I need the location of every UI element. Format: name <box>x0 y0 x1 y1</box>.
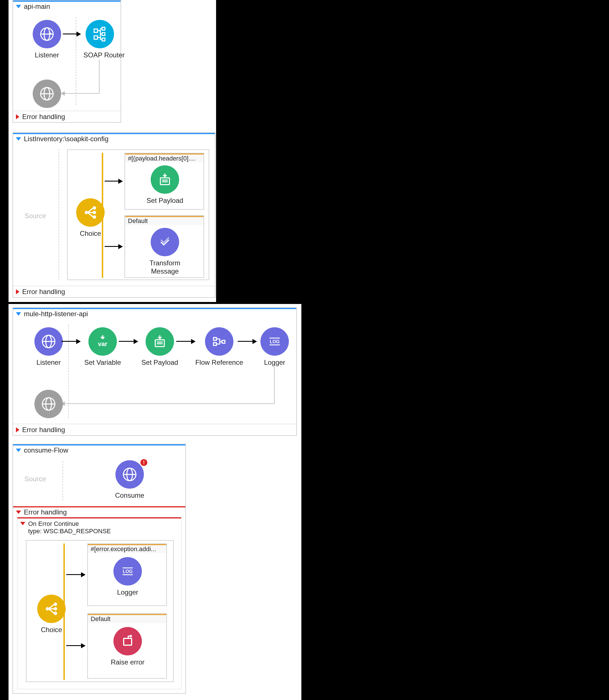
soap-router-icon <box>86 20 114 48</box>
svg-rect-36 <box>222 340 225 343</box>
node-set-payload[interactable]: Set Payload <box>143 165 186 204</box>
route-header-default: Default <box>88 614 166 623</box>
flow-list-inventory[interactable]: ListInventory:\soapkit-config Source <box>13 132 215 298</box>
svg-point-54 <box>54 612 56 614</box>
node-set-payload[interactable]: Set Payload <box>137 327 182 366</box>
flow-header-list-inventory[interactable]: ListInventory:\soapkit-config <box>13 133 215 144</box>
toggle-icon[interactable] <box>16 510 21 514</box>
svg-rect-31 <box>155 340 164 346</box>
toggle-icon[interactable] <box>16 312 21 316</box>
svg-text:var: var <box>98 340 107 347</box>
svg-rect-35 <box>213 343 216 345</box>
consume-icon <box>116 460 144 489</box>
error-handling-footer[interactable]: Error handling <box>13 111 121 122</box>
flow-header-http-listener[interactable]: mule-http-listener-api <box>13 308 296 319</box>
listener-icon <box>33 20 61 48</box>
node-choice[interactable]: Choice <box>70 198 110 237</box>
listener-label: Listener <box>25 51 68 59</box>
flow-api-main[interactable]: api-main Listener <box>13 0 121 123</box>
logger-icon: LOG <box>114 557 142 586</box>
arrow <box>176 341 192 342</box>
error-footer-label: Error handling <box>22 113 65 121</box>
svg-rect-4 <box>94 36 98 39</box>
return-path <box>274 367 275 404</box>
node-response[interactable] <box>27 390 70 421</box>
error-handling-footer[interactable]: Error handling <box>13 286 215 297</box>
toggle-icon[interactable] <box>16 427 19 432</box>
svg-point-52 <box>54 603 56 605</box>
arrow <box>62 341 77 342</box>
raise-error-label: Raise error <box>106 658 149 666</box>
flow-title: api-main <box>24 3 50 11</box>
route-header-1: #[error.exception.addi... <box>88 544 166 553</box>
arrow <box>63 34 77 34</box>
flow-http-listener[interactable]: mule-http-listener-api Listener <box>13 307 297 436</box>
node-raise-error[interactable]: Raise error <box>106 627 149 666</box>
error-footer-label: Error handling <box>22 288 65 296</box>
svg-line-57 <box>49 609 54 613</box>
toggle-icon[interactable] <box>16 5 21 8</box>
toggle-icon[interactable] <box>16 137 21 141</box>
node-response[interactable] <box>25 79 68 111</box>
svg-rect-61 <box>124 638 132 645</box>
node-transform-message[interactable]: Transform Message <box>143 228 186 275</box>
node-logger[interactable]: LOG Logger <box>106 557 149 596</box>
scope-type: type: WSC:BAD_RESPONSE <box>28 527 111 535</box>
response-icon <box>33 79 61 108</box>
node-consume[interactable]: ! Consume <box>107 460 152 499</box>
flow-consume[interactable]: consume-Flow Source ! Consume Error hand… <box>13 444 186 694</box>
flow-header-consume[interactable]: consume-Flow <box>13 444 185 455</box>
route-box-1[interactable]: #[(payload.headers[0].... Set Payload <box>124 153 204 210</box>
flow-ref-icon <box>205 327 233 356</box>
error-footer-label: Error handling <box>22 426 65 434</box>
node-soap-router[interactable]: SOAP Router <box>80 20 128 59</box>
route-box-1[interactable]: #[error.exception.addi... LOG Logger <box>87 543 167 606</box>
node-choice[interactable]: Choice <box>32 595 71 634</box>
set-variable-icon: var <box>88 327 117 356</box>
on-error-continue-scope[interactable]: On Error Continue type: WSC:BAD_RESPONSE <box>17 517 181 689</box>
error-badge-icon: ! <box>140 459 147 466</box>
choice-icon <box>76 198 105 227</box>
svg-rect-5 <box>102 27 105 30</box>
logger-label: Logger <box>255 359 295 366</box>
route-box-default[interactable]: Default Transform Message <box>124 215 204 278</box>
toggle-icon[interactable] <box>16 449 21 452</box>
set-payload-icon <box>151 165 179 194</box>
arrow <box>105 246 119 247</box>
toggle-icon[interactable] <box>16 114 19 119</box>
arrow <box>66 645 82 646</box>
logger-icon: LOG <box>260 327 289 356</box>
node-listener[interactable]: Listener <box>25 20 68 59</box>
flow-header-api-main[interactable]: api-main <box>13 1 121 11</box>
arrow-head-icon <box>81 643 86 648</box>
raise-error-icon <box>114 627 142 656</box>
svg-line-55 <box>49 604 54 609</box>
choice-container: Choice #[(payload.headers[0].... <box>67 149 209 280</box>
arrow <box>105 181 119 181</box>
set-variable-label: Set Variable <box>80 359 125 366</box>
choice-label: Choice <box>32 626 71 634</box>
arrow-head-icon <box>81 572 86 577</box>
svg-point-20 <box>93 216 95 218</box>
error-handling-header[interactable]: Error handling <box>13 506 185 517</box>
transform-icon <box>151 228 179 256</box>
node-logger[interactable]: LOG Logger <box>255 327 295 366</box>
toggle-icon[interactable] <box>20 522 25 525</box>
return-path <box>99 60 100 94</box>
node-set-variable[interactable]: var Set Variable <box>80 327 125 366</box>
route-header-default: Default <box>125 216 204 225</box>
node-flow-reference[interactable]: Flow Reference <box>192 327 246 366</box>
scope-title: On Error Continue <box>28 520 111 527</box>
listener-icon <box>34 327 63 356</box>
toggle-icon[interactable] <box>16 289 19 294</box>
choice-icon <box>37 595 66 623</box>
return-path <box>64 93 100 94</box>
source-divider <box>58 149 59 280</box>
route-box-default[interactable]: Default Raise error <box>87 613 167 679</box>
svg-line-21 <box>88 208 93 213</box>
error-handling-footer[interactable]: Error handling <box>13 424 296 435</box>
node-listener[interactable]: Listener <box>27 327 70 366</box>
svg-rect-34 <box>213 338 216 340</box>
svg-text:LOG: LOG <box>123 569 133 574</box>
svg-text:LOG: LOG <box>270 339 280 344</box>
